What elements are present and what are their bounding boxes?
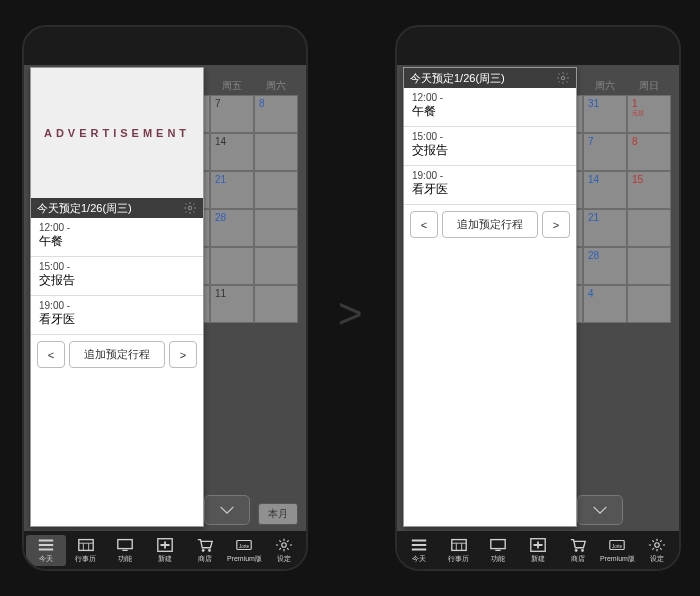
svg-point-35 xyxy=(655,542,660,547)
calendar-cell[interactable]: 4 xyxy=(583,285,627,323)
nav-item-cart[interactable]: 商店 xyxy=(185,535,225,566)
calendar-weekday: 周六 xyxy=(583,79,627,93)
calendar-cell[interactable] xyxy=(254,285,298,323)
nav-item-cart[interactable]: 商店 xyxy=(558,535,598,566)
svg-point-14 xyxy=(208,549,210,551)
panel-title-text: 今天预定1/26(周三) xyxy=(410,71,505,86)
nav-item-plus[interactable]: 新建 xyxy=(518,535,558,566)
calendar-cell[interactable]: 8 xyxy=(254,95,298,133)
svg-point-31 xyxy=(575,549,577,551)
calendar-cell[interactable]: 21 xyxy=(583,209,627,247)
nav-item-calendar[interactable]: 行事历 xyxy=(66,535,106,566)
nav-label: 设定 xyxy=(277,554,291,564)
event-title: 看牙医 xyxy=(412,181,568,198)
event-item[interactable]: 12:00 -午餐 xyxy=(404,88,576,127)
event-item[interactable]: 15:00 -交报告 xyxy=(404,127,576,166)
gear-icon xyxy=(275,537,293,553)
panel-title-text: 今天预定1/26(周三) xyxy=(37,201,132,216)
nav-label: 行事历 xyxy=(75,554,96,564)
nav-item-gear[interactable]: 设定 xyxy=(264,535,304,566)
calendar-cell[interactable]: 7 xyxy=(583,133,627,171)
bottom-nav: 今天行事历功能新建商店JortePremium版设定 xyxy=(24,531,306,569)
premium-icon: Jorte xyxy=(235,537,253,553)
nav-item-gear[interactable]: 设定 xyxy=(637,535,677,566)
gear-icon[interactable] xyxy=(556,71,570,85)
svg-point-0 xyxy=(188,206,192,210)
plus-icon xyxy=(529,537,547,553)
nav-item-menu[interactable]: 今天 xyxy=(399,535,439,566)
event-item[interactable]: 12:00 -午餐 xyxy=(31,218,203,257)
add-event-button[interactable]: 追加预定行程 xyxy=(69,341,165,368)
nav-label: 商店 xyxy=(571,554,585,564)
svg-point-13 xyxy=(202,549,204,551)
event-time: 19:00 - xyxy=(39,300,195,311)
event-time: 12:00 - xyxy=(39,222,195,233)
calendar-cell[interactable] xyxy=(254,209,298,247)
calendar-cell[interactable] xyxy=(627,285,671,323)
svg-point-32 xyxy=(581,549,583,551)
this-month-button[interactable]: 本月 xyxy=(258,503,298,525)
calendar-cell[interactable] xyxy=(627,247,671,285)
bottom-nav: 今天行事历功能新建商店JortePremium版设定 xyxy=(397,531,679,569)
calendar-cell[interactable] xyxy=(210,247,254,285)
nav-label: 新建 xyxy=(158,554,172,564)
calendar-cell[interactable] xyxy=(254,171,298,209)
nav-label: 设定 xyxy=(650,554,664,564)
next-day-button[interactable]: > xyxy=(542,211,570,238)
calendar-weekday: 周六 xyxy=(254,79,298,93)
event-title: 午餐 xyxy=(39,233,195,250)
prev-day-button[interactable]: < xyxy=(37,341,65,368)
collapse-button[interactable] xyxy=(204,495,250,525)
calendar-cell[interactable]: 14 xyxy=(210,133,254,171)
svg-rect-8 xyxy=(118,539,132,548)
event-item[interactable]: 15:00 -交报告 xyxy=(31,257,203,296)
collapse-button[interactable] xyxy=(577,495,623,525)
calendar-cell[interactable] xyxy=(254,133,298,171)
event-title: 看牙医 xyxy=(39,311,195,328)
event-item[interactable]: 19:00 -看牙医 xyxy=(404,166,576,205)
monitor-icon xyxy=(489,537,507,553)
calendar-cell[interactable]: 11 xyxy=(210,285,254,323)
prev-day-button[interactable]: < xyxy=(410,211,438,238)
calendar-cell[interactable]: 28 xyxy=(583,247,627,285)
calendar-icon xyxy=(450,537,468,553)
event-nav-row: < 追加预定行程 > xyxy=(404,205,576,244)
nav-item-premium[interactable]: JortePremium版 xyxy=(598,535,638,566)
monitor-icon xyxy=(116,537,134,553)
svg-rect-4 xyxy=(78,539,92,550)
calendar-cell[interactable] xyxy=(627,209,671,247)
nav-item-calendar[interactable]: 行事历 xyxy=(439,535,479,566)
calendar-cell[interactable]: 31 xyxy=(583,95,627,133)
nav-item-premium[interactable]: JortePremium版 xyxy=(225,535,265,566)
calendar-cell[interactable] xyxy=(254,247,298,285)
add-event-button[interactable]: 追加预定行程 xyxy=(442,211,538,238)
calendar-cell[interactable]: 7 xyxy=(210,95,254,133)
gear-icon[interactable] xyxy=(183,201,197,215)
event-title: 交报告 xyxy=(412,142,568,159)
svg-rect-26 xyxy=(491,539,505,548)
next-day-button[interactable]: > xyxy=(169,341,197,368)
today-panel: 今天预定1/26(周三) 12:00 -午餐15:00 -交报告19:00 -看… xyxy=(403,67,577,527)
panel-title-bar: 今天预定1/26(周三) xyxy=(31,198,203,218)
svg-point-18 xyxy=(561,76,565,80)
today-panel: ADVERTISEMENT 今天预定1/26(周三) 12:00 -午餐15:0… xyxy=(30,67,204,527)
nav-item-menu[interactable]: 今天 xyxy=(26,535,66,566)
svg-text:Jorte: Jorte xyxy=(239,543,250,548)
nav-item-monitor[interactable]: 功能 xyxy=(478,535,518,566)
holiday-label: 元旦 xyxy=(632,109,666,118)
nav-label: 功能 xyxy=(491,554,505,564)
nav-item-monitor[interactable]: 功能 xyxy=(105,535,145,566)
calendar-cell[interactable]: 15 xyxy=(627,171,671,209)
calendar-cell[interactable]: 14 xyxy=(583,171,627,209)
gear-icon xyxy=(648,537,666,553)
nav-item-plus[interactable]: 新建 xyxy=(145,535,185,566)
nav-label: 功能 xyxy=(118,554,132,564)
calendar-cell[interactable]: 1元旦 xyxy=(627,95,671,133)
calendar-cell[interactable]: 8 xyxy=(627,133,671,171)
calendar-cell[interactable]: 21 xyxy=(210,171,254,209)
phone-frame-left: 周四周五周六 6781314202127281011 本月 ADVERTISEM… xyxy=(22,25,308,571)
event-item[interactable]: 19:00 -看牙医 xyxy=(31,296,203,335)
plus-icon xyxy=(156,537,174,553)
advertisement-placeholder[interactable]: ADVERTISEMENT xyxy=(31,68,203,198)
calendar-cell[interactable]: 28 xyxy=(210,209,254,247)
